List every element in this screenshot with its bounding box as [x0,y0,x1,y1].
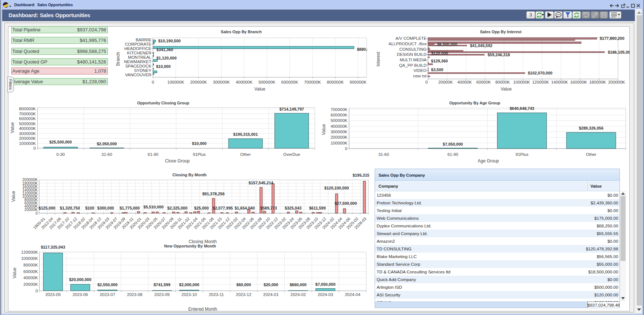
svg-text:$640,648,743: $640,648,743 [509,106,534,111]
svg-text:NEWMARKET: NEWMARKET [124,59,151,64]
svg-text:$195,315,001: $195,315,001 [353,173,369,177]
svg-text:600000K: 600000K [330,113,347,117]
svg-text:2023-10: 2023-10 [181,292,197,297]
svg-text:KITCHENER: KITCHENER [127,51,151,55]
svg-text:$25,000: $25,000 [194,206,209,210]
svg-text:$59,246,318: $59,246,318 [488,53,510,57]
svg-text:500000K: 500000K [330,118,347,123]
svg-text:$125,000: $125,000 [39,206,56,210]
svg-text:20000K: 20000K [438,80,453,84]
svg-text:Value: Value [10,122,15,133]
svg-text:VIDEO: VIDEO [413,68,427,73]
svg-text:$880,055,500: $880,055,500 [357,47,368,51]
svg-text:180000K: 180000K [589,80,606,84]
svg-text:ALLPRODUCT -Box: ALLPRODUCT -Box [389,42,427,46]
svg-text:Value: Value [11,191,16,202]
svg-text:Sales Opp By Interest: Sales Opp By Interest [480,30,522,34]
svg-text:$10,000: $10,000 [192,141,207,146]
svg-text:$20,000,000: $20,000,000 [69,277,91,282]
svg-text:Value: Value [322,124,326,135]
svg-text:VANCOUVER: VANCOUVER [125,73,151,77]
svg-text:400000K: 400000K [19,126,36,131]
svg-text:31-60: 31-60 [101,152,112,157]
svg-text:OverDue: OverDue [283,152,300,157]
svg-text:Opportunity Closing Group: Opportunity Closing Group [137,101,189,105]
svg-text:$117,325,043: $117,325,043 [41,245,65,249]
svg-text:Age Group: Age Group [478,158,499,164]
svg-text:160000K: 160000K [570,80,587,84]
svg-text:0: 0 [345,146,347,151]
svg-text:$1,654,040: $1,654,040 [235,206,255,210]
svg-text:80000K: 80000K [23,263,38,267]
svg-text:$589,773: $589,773 [260,206,277,210]
svg-text:SPACEDOCK: SPACEDOCK [125,64,152,68]
svg-text:60000K: 60000K [23,269,38,274]
svg-text:0: 0 [425,80,428,84]
svg-text:2023-07: 2023-07 [100,292,115,297]
svg-text:300000K: 300000K [213,80,230,84]
svg-text:$186,105,000: $186,105,000 [608,50,630,54]
svg-text:$325,043: $325,043 [285,206,302,210]
svg-text:Other: Other [586,152,596,157]
svg-text:20000K: 20000K [23,282,38,287]
svg-text:SYDNEY: SYDNEY [134,68,152,73]
svg-text:80000K: 80000K [495,80,510,84]
svg-text:2023-12: 2023-12 [236,292,251,297]
svg-text:500000K: 500000K [19,122,36,126]
svg-text:800000K: 800000K [19,107,36,111]
svg-text:300000K: 300000K [330,130,347,134]
svg-text:120000K: 120000K [21,250,38,254]
svg-text:600000K: 600000K [19,116,36,121]
svg-text:$611,599: $611,599 [309,206,326,210]
svg-text:$120,100,000: $120,100,000 [324,186,349,190]
svg-text:Value: Value [254,87,265,92]
svg-text:Opportunity By Age Group: Opportunity By Age Group [449,101,500,105]
svg-text:2024-01: 2024-01 [263,292,279,297]
svg-text:800000K: 800000K [327,80,344,84]
svg-text:60000K: 60000K [476,80,491,84]
svg-text:$300,000: $300,000 [97,206,114,210]
svg-text:$6,500,000: $6,500,000 [437,42,457,46]
svg-text:100000K: 100000K [19,141,36,146]
svg-text:$195,315,001: $195,315,001 [233,132,258,137]
svg-text:Other: Other [240,152,251,157]
svg-text:QA_PP BUILD: QA_PP BUILD [399,63,427,68]
svg-text:400000K: 400000K [330,124,347,128]
svg-text:400000K: 400000K [236,80,253,84]
svg-text:200000K: 200000K [19,136,36,141]
svg-text:$41,045,592: $41,045,592 [470,43,492,48]
svg-text:$1,775,000: $1,775,000 [120,206,140,210]
svg-text:MONTREAL: MONTREAL [128,55,152,59]
svg-text:Closing By Month: Closing By Month [173,173,207,177]
svg-text:2024-03: 2024-03 [318,292,333,297]
svg-text:CORPORATE: CORPORATE [125,42,151,46]
svg-text:CONSULTING: CONSULTING [399,47,427,51]
svg-text:Value: Value [12,268,17,278]
svg-text:100000K: 100000K [21,256,38,261]
svg-text:900000K: 900000K [350,80,367,84]
svg-text:40000K: 40000K [23,276,38,280]
svg-text:Interest: Interest [376,51,381,66]
svg-text:700000K: 700000K [304,80,321,84]
svg-text:Close Group: Close Group [165,158,190,164]
svg-text:$10,190,500: $10,190,500 [158,39,181,43]
svg-text:600000K: 600000K [281,80,298,84]
svg-text:$120,000: $120,000 [431,51,448,55]
svg-text:$660,000: $660,000 [290,283,307,287]
svg-text:$714,149,797: $714,149,797 [279,107,304,111]
svg-text:A/V COMPLETE: A/V COMPLETE [395,36,427,41]
svg-text:$289,326,056: $289,326,056 [579,126,603,130]
svg-text:$20,000: $20,000 [264,283,278,287]
svg-text:2023-05: 2023-05 [45,292,61,297]
svg-text:$1,320,750: $1,320,750 [60,206,80,210]
svg-text:$3,500: $3,500 [431,68,443,72]
svg-text:HEADOFFICE: HEADOFFICE [124,46,151,51]
svg-text:100000K: 100000K [167,80,184,84]
svg-text:200000K: 200000K [608,80,625,84]
svg-text:Sales Opp By Branch: Sales Opp By Branch [221,30,262,34]
svg-text:$7,050,000: $7,050,000 [443,142,463,146]
svg-text:2024-02: 2024-02 [291,292,306,297]
svg-text:0: 0 [152,80,154,84]
svg-text:31-60: 31-60 [378,152,389,157]
svg-text:$91,378,256: $91,378,256 [202,192,224,196]
